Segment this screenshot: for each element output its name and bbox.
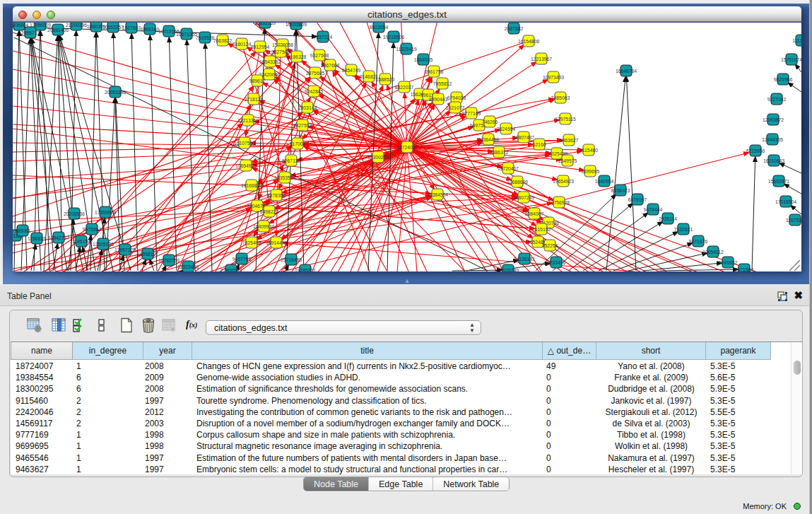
svg-text:16782759: 16782759 [158, 258, 180, 263]
svg-text:17957225: 17957225 [114, 247, 136, 252]
svg-text:21200396: 21200396 [66, 23, 87, 28]
svg-text:12975115: 12975115 [555, 117, 576, 122]
svg-text:1615152: 1615152 [532, 227, 551, 232]
svg-text:6961758: 6961758 [425, 69, 444, 74]
svg-text:1112489: 1112489 [792, 38, 801, 43]
svg-text:2803144: 2803144 [298, 105, 317, 110]
svg-text:8267110: 8267110 [282, 158, 300, 163]
svg-text:9115460: 9115460 [579, 148, 598, 153]
svg-text:1549575: 1549575 [558, 158, 577, 163]
svg-text:12942737: 12942737 [48, 235, 69, 240]
svg-text:19218506: 19218506 [383, 35, 404, 40]
svg-text:12093872: 12093872 [763, 117, 784, 122]
svg-text:9327506: 9327506 [271, 49, 290, 54]
svg-text:7386372: 7386372 [490, 150, 509, 155]
svg-text:1156829: 1156829 [28, 236, 46, 241]
svg-text:16409934: 16409934 [253, 224, 274, 229]
svg-text:985061: 985061 [15, 228, 31, 233]
svg-text:9084067: 9084067 [525, 211, 544, 216]
svg-text:16914479: 16914479 [266, 240, 287, 245]
svg-text:9463627: 9463627 [560, 138, 579, 143]
svg-text:20364456: 20364456 [478, 137, 499, 142]
svg-text:12505135: 12505135 [93, 242, 114, 247]
svg-text:10653257: 10653257 [102, 25, 124, 30]
svg-text:8990443: 8990443 [429, 97, 448, 102]
svg-text:20053346: 20053346 [105, 90, 126, 95]
svg-text:15720407: 15720407 [498, 166, 519, 171]
svg-text:16154808: 16154808 [518, 39, 539, 44]
svg-text:7515526: 7515526 [196, 35, 215, 40]
svg-text:9227342: 9227342 [767, 97, 787, 102]
svg-text:989612: 989612 [249, 78, 266, 83]
svg-text:8215956: 8215956 [746, 148, 765, 153]
svg-text:8938923: 8938923 [611, 188, 630, 193]
svg-text:14136141: 14136141 [514, 257, 535, 262]
svg-text:62160: 62160 [533, 142, 546, 147]
svg-text:10654112: 10654112 [702, 250, 724, 255]
svg-text:19832259: 19832259 [254, 23, 276, 25]
svg-text:8454749: 8454749 [342, 68, 361, 73]
svg-text:746266: 746266 [482, 119, 498, 124]
svg-text:1167534: 1167534 [786, 218, 801, 223]
svg-text:1145194: 1145194 [72, 239, 90, 244]
svg-text:1527602: 1527602 [122, 25, 141, 30]
svg-text:1864035: 1864035 [414, 57, 433, 62]
svg-text:12213967: 12213967 [531, 57, 552, 62]
svg-text:9777169: 9777169 [462, 111, 481, 116]
svg-text:1733426: 1733426 [547, 260, 566, 265]
svg-text:7357224: 7357224 [314, 35, 333, 40]
svg-text:9899695: 9899695 [581, 169, 600, 174]
svg-text:8822037: 8822037 [395, 85, 414, 90]
svg-text:317006: 317006 [290, 141, 306, 146]
svg-text:10958107: 10958107 [137, 252, 158, 257]
svg-text:7671884: 7671884 [735, 267, 754, 272]
svg-text:12353594: 12353594 [274, 175, 295, 180]
svg-text:3624554: 3624554 [497, 127, 516, 132]
svg-text:8813054: 8813054 [370, 25, 389, 30]
svg-text:20206536: 20206536 [64, 211, 85, 216]
svg-text:12213369: 12213369 [237, 118, 259, 123]
svg-text:19384554: 19384554 [427, 192, 448, 197]
svg-text:11325419: 11325419 [396, 47, 417, 52]
svg-text:20691406: 20691406 [47, 28, 69, 33]
svg-text:18300295: 18300295 [367, 155, 389, 160]
svg-text:1640954: 1640954 [595, 179, 614, 184]
svg-text:10973493: 10973493 [543, 75, 564, 80]
svg-text:15692971: 15692971 [768, 179, 789, 184]
svg-text:252254: 252254 [542, 243, 558, 248]
svg-text:17359924: 17359924 [95, 210, 116, 215]
svg-text:18807249: 18807249 [513, 195, 534, 200]
svg-text:10756928: 10756928 [548, 200, 570, 205]
svg-text:19166827: 19166827 [241, 183, 262, 188]
svg-text:12444195: 12444195 [762, 137, 783, 142]
svg-text:6879197: 6879197 [628, 197, 647, 202]
svg-text:10688609: 10688609 [507, 180, 528, 185]
svg-text:18724007: 18724007 [396, 145, 418, 150]
svg-text:22806503: 22806503 [220, 268, 242, 272]
svg-text:9457791: 9457791 [233, 257, 252, 262]
svg-text:7485063: 7485063 [551, 95, 570, 100]
svg-text:9245652: 9245652 [719, 260, 738, 265]
svg-text:6966160: 6966160 [141, 27, 160, 32]
svg-text:15751074: 15751074 [781, 57, 801, 62]
svg-text:7663822: 7663822 [213, 38, 233, 43]
svg-text:9474444: 9474444 [644, 207, 663, 212]
svg-text:10654925: 10654925 [235, 163, 257, 168]
svg-text:16543382: 16543382 [259, 59, 281, 64]
svg-text:6794028: 6794028 [447, 95, 466, 100]
svg-text:7632621: 7632621 [674, 227, 693, 232]
svg-text:17016504: 17016504 [775, 199, 796, 204]
svg-text:16107553: 16107553 [234, 141, 255, 146]
svg-text:8806804: 8806804 [13, 23, 28, 28]
svg-text:1621072: 1621072 [446, 105, 465, 110]
svg-text:16648784: 16648784 [616, 69, 637, 74]
svg-text:7625402: 7625402 [242, 240, 261, 245]
svg-text:8160124: 8160124 [233, 42, 252, 47]
svg-text:9242845: 9242845 [305, 89, 324, 94]
svg-text:8878352: 8878352 [267, 193, 286, 198]
svg-text:16671355: 16671355 [176, 32, 197, 37]
svg-text:12323468: 12323468 [177, 264, 199, 269]
svg-text:2935114: 2935114 [659, 216, 677, 221]
svg-text:7955812: 7955812 [433, 81, 452, 86]
svg-text:8912954: 8912954 [251, 45, 270, 49]
